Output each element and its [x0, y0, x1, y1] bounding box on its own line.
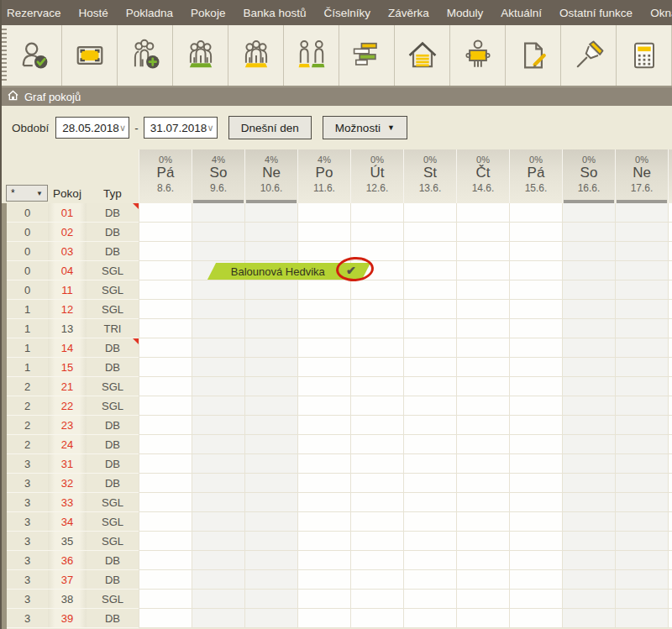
grid-cell[interactable] — [562, 435, 615, 454]
grid-cell[interactable] — [244, 223, 297, 242]
grid-cell[interactable] — [297, 223, 350, 242]
grid-cell[interactable] — [615, 242, 668, 261]
grid-cell[interactable] — [139, 242, 192, 261]
grid-cell-partial[interactable] — [668, 512, 672, 532]
grid-cell[interactable] — [297, 570, 350, 590]
grid-cell[interactable] — [350, 203, 403, 223]
person-board-button[interactable] — [450, 25, 506, 86]
menu-item-pokladna[interactable]: Pokladna — [126, 7, 173, 19]
grid-cell[interactable] — [615, 319, 668, 338]
grid-cell[interactable] — [509, 435, 562, 454]
room-number-cell[interactable]: 35 — [48, 532, 87, 551]
menu-item-host-[interactable]: Hosté — [79, 7, 108, 19]
room-number-cell[interactable]: 38 — [48, 590, 87, 609]
grid-cell[interactable] — [403, 203, 456, 223]
day-header-10-6-[interactable]: 4%Ne10.6. — [244, 149, 297, 203]
grid-cell[interactable] — [350, 609, 403, 628]
grid-cell[interactable] — [350, 551, 403, 570]
grid-cell[interactable] — [456, 435, 509, 454]
grid-cell[interactable] — [562, 358, 615, 377]
group-add-button[interactable] — [118, 25, 173, 86]
menu-item-rezervace[interactable]: Rezervace — [7, 7, 61, 19]
date-from-select[interactable]: 28.05.2018 ∨ — [55, 117, 129, 139]
grid-cell[interactable] — [297, 609, 350, 628]
grid-cell[interactable] — [192, 242, 244, 261]
grid-cell[interactable] — [297, 377, 350, 396]
grid-cell[interactable] — [297, 416, 350, 435]
grid-cell[interactable] — [509, 300, 562, 319]
grid-cell-partial[interactable] — [668, 319, 672, 338]
grid-cell[interactable] — [403, 300, 456, 319]
grid-cell[interactable] — [562, 242, 615, 261]
room-number-cell[interactable]: 21 — [48, 377, 87, 396]
grid-cell[interactable] — [244, 590, 297, 609]
grid-cell[interactable] — [403, 512, 456, 532]
grid-cell[interactable] — [403, 474, 456, 493]
grid-cell[interactable] — [139, 454, 192, 474]
grid-cell[interactable] — [297, 474, 350, 493]
grid-cell[interactable] — [192, 396, 244, 416]
grid-cell[interactable] — [139, 435, 192, 454]
room-number-cell[interactable]: 33 — [48, 493, 87, 512]
grid-cell[interactable] — [244, 512, 297, 532]
grid-cell[interactable] — [562, 280, 615, 300]
room-number-cell[interactable]: 31 — [48, 454, 87, 474]
grid-cell[interactable] — [615, 300, 668, 319]
grid-cell[interactable] — [192, 474, 244, 493]
grid-cell[interactable] — [139, 532, 192, 551]
grid-cell[interactable] — [139, 203, 192, 223]
day-header-13-6-[interactable]: 0%St13.6. — [403, 149, 456, 203]
grid-cell[interactable] — [403, 377, 456, 396]
grid-cell[interactable] — [350, 512, 403, 532]
grid-cell[interactable] — [403, 358, 456, 377]
grid-cell[interactable] — [615, 338, 668, 358]
grid-cell-partial[interactable] — [668, 242, 672, 261]
grid-cell[interactable] — [509, 280, 562, 300]
grid-cell-partial[interactable] — [668, 416, 672, 435]
grid-cell[interactable] — [615, 435, 668, 454]
room-number-cell[interactable]: 37 — [48, 570, 87, 590]
day-header-9-6-[interactable]: 4%So9.6. — [192, 149, 244, 203]
room-number-cell[interactable]: 36 — [48, 551, 87, 570]
grid-cell[interactable] — [403, 532, 456, 551]
grid-cell[interactable] — [509, 223, 562, 242]
grid-cell[interactable] — [350, 396, 403, 416]
room-number-cell[interactable]: 24 — [48, 435, 87, 454]
grid-cell[interactable] — [192, 300, 244, 319]
grid-cell[interactable] — [192, 358, 244, 377]
grid-cell[interactable] — [456, 512, 509, 532]
group-arrived-button[interactable] — [173, 25, 228, 86]
grid-cell-partial[interactable] — [668, 338, 672, 358]
grid-cell[interactable] — [350, 223, 403, 242]
grid-cell[interactable] — [297, 280, 350, 300]
grid-cell[interactable] — [139, 609, 192, 628]
grid-cell[interactable] — [297, 512, 350, 532]
grid-cell[interactable] — [192, 493, 244, 512]
room-number-cell[interactable]: 39 — [48, 609, 87, 628]
grid-cell-partial[interactable] — [668, 300, 672, 319]
grid-cell[interactable] — [192, 609, 244, 628]
grid-cell[interactable] — [403, 454, 456, 474]
grid-cell[interactable] — [509, 532, 562, 551]
grid-cell[interactable] — [456, 377, 509, 396]
grid-cell[interactable] — [456, 319, 509, 338]
grid-cell[interactable] — [562, 474, 615, 493]
group-waiting-button[interactable] — [228, 25, 284, 86]
menu-item-ostatn-funkce[interactable]: Ostatní funkce — [559, 7, 633, 19]
grid-cell[interactable] — [244, 377, 297, 396]
grid-cell[interactable] — [615, 396, 668, 416]
grid-cell[interactable] — [244, 338, 297, 358]
grid-cell[interactable] — [615, 609, 668, 628]
grid-cell[interactable] — [192, 454, 244, 474]
day-header-8-6-[interactable]: 0%Pá8.6. — [139, 149, 192, 203]
grid-cell-partial[interactable] — [668, 261, 672, 280]
grid-cell-partial[interactable] — [668, 570, 672, 590]
grid-cell[interactable] — [562, 551, 615, 570]
grid-cell[interactable] — [509, 570, 562, 590]
edit-document-button[interactable] — [506, 25, 561, 86]
grid-cell[interactable] — [244, 609, 297, 628]
grid-cell[interactable] — [350, 300, 403, 319]
grid-cell[interactable] — [297, 203, 350, 223]
grid-cell-partial[interactable] — [668, 493, 672, 512]
grid-cell[interactable] — [456, 474, 509, 493]
